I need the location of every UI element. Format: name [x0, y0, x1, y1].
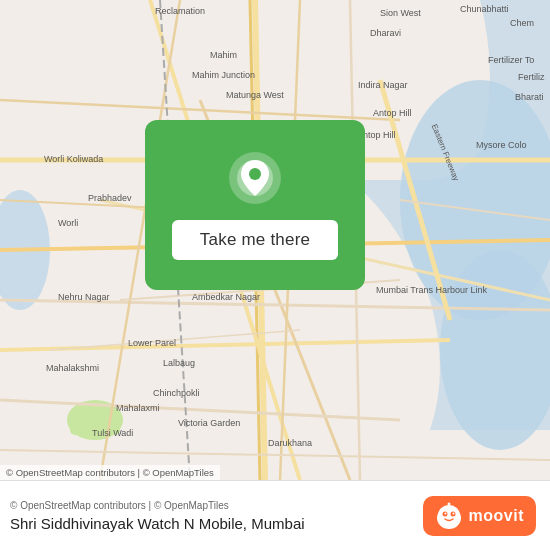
map-attribution: © OpenStreetMap contributors | © OpenMap…	[0, 465, 220, 480]
map-label-mysorecolo: Mysore Colo	[476, 140, 527, 150]
take-me-there-button[interactable]: Take me there	[172, 220, 338, 260]
map-label-mahimjunction: Mahim Junction	[192, 70, 255, 80]
bottom-info: © OpenStreetMap contributors | © OpenMap…	[10, 500, 305, 532]
svg-point-35	[452, 512, 454, 514]
map-label-darukhana: Darukhana	[268, 438, 312, 448]
map-label-chuna: Chunabhatti	[460, 4, 509, 14]
map-label-antophill1: Antop Hill	[373, 108, 412, 118]
moovit-logo[interactable]: moovit	[423, 496, 536, 536]
map-label-chinchpokli: Chinchpokli	[153, 388, 200, 398]
map-label-victoriagarden: Victoria Garden	[178, 418, 240, 428]
location-card: Take me there	[145, 120, 365, 290]
map-label-nehrunagar: Nehru Nagar	[58, 292, 110, 302]
map-label-indiranagar: Indira Nagar	[358, 80, 408, 90]
pin-icon	[227, 150, 283, 206]
map-label-dharavi: Dharavi	[370, 28, 401, 38]
map-label-worlikoliwada: Worli Koliwada	[44, 154, 103, 164]
place-name: Shri Siddhivinayak Watch N Mobile, Mumba…	[10, 515, 305, 532]
moovit-text: moovit	[469, 507, 524, 525]
map-label-lalbaug: Lalbaug	[163, 358, 195, 368]
map-label-tulsiwadi: Tulsi Wadi	[92, 428, 133, 438]
map-label-lowerparel: Lower Parel	[128, 338, 176, 348]
map-label-fert1: Fertilizer To	[488, 55, 534, 65]
map-label-prabhadev: Prabhadev	[88, 193, 132, 203]
map-label-reclamation: Reclamation	[155, 6, 205, 16]
bottom-bar: © OpenStreetMap contributors | © OpenMap…	[0, 480, 550, 550]
map-label-worli: Worli	[58, 218, 78, 228]
svg-point-34	[444, 512, 446, 514]
map-label-mahalaxmi: Mahalaxmi	[116, 403, 160, 413]
svg-point-37	[447, 502, 450, 505]
map-container: Reclamation Sion West Chunabhatti Dharav…	[0, 0, 550, 480]
map-label-mumbaitrans: Mumbai Trans Harbour Link	[376, 285, 487, 295]
map-label-ambedkarnagar: Ambedkar Nagar	[192, 292, 260, 302]
map-label-chem: Chem	[510, 18, 534, 28]
moovit-face-icon	[435, 502, 463, 530]
svg-point-29	[249, 168, 261, 180]
map-label-mahalakshmi: Mahalakshmi	[46, 363, 99, 373]
map-label-fert2: Fertiliz	[518, 72, 545, 82]
map-label-mahim: Mahim	[210, 50, 237, 60]
attribution-text: © OpenStreetMap contributors | © OpenMap…	[10, 500, 305, 511]
map-label-bharati: Bharati	[515, 92, 544, 102]
map-label-sionwest: Sion West	[380, 8, 421, 18]
map-label-matungawest: Matunga West	[226, 90, 284, 100]
